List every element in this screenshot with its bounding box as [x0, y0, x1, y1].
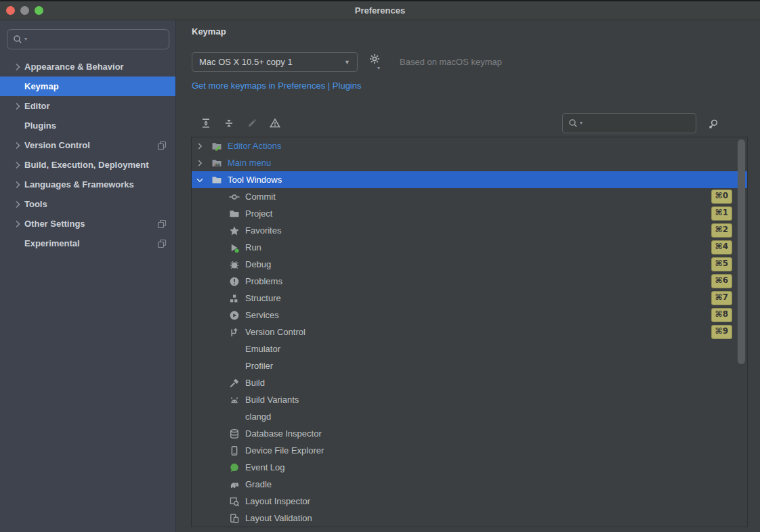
sidebar-search-input[interactable] [28, 35, 164, 45]
tree-row-label: Build Variants [245, 395, 299, 405]
tree-row-label: Run [245, 242, 261, 252]
tree-row-label: Debug [245, 259, 271, 269]
chevron-down-icon[interactable] [195, 175, 205, 185]
tree-row-run[interactable]: Run⌘4 [192, 239, 747, 256]
find-shortcut-icon [708, 118, 719, 129]
tree-row-debug[interactable]: Debug⌘5 [192, 256, 747, 273]
sidebar-item-label: Plugins [24, 120, 167, 131]
zoom-window-button[interactable] [35, 6, 43, 15]
sidebar-item-languages-frameworks[interactable]: Languages & Frameworks [0, 175, 175, 194]
sidebar-item-keymap[interactable]: Keymap [0, 76, 175, 96]
tree-row-database-inspector[interactable]: Database Inspector [192, 425, 747, 442]
tree-row-label: Commit [245, 192, 276, 202]
chevron-down-icon: ▾ [24, 37, 27, 42]
tree-row-label: Emulator [245, 344, 280, 354]
chevron-right-icon [12, 179, 24, 190]
problems-icon [229, 276, 241, 287]
shortcut-badge: ⌘9 [711, 325, 732, 339]
star-icon [229, 225, 241, 236]
tree-row-favorites[interactable]: Favorites⌘2 [192, 222, 747, 239]
get-more-keymaps-link[interactable]: Get more keymaps in Preferences | Plugin… [192, 81, 362, 91]
tree-row-label: Editor Actions [228, 141, 282, 151]
tree-row-layout-inspector[interactable]: Layout Inspector [192, 493, 747, 510]
sidebar-item-label: Keymap [24, 81, 167, 91]
sidebar-item-label: Experimental [24, 238, 156, 248]
sidebar-item-label: Appearance & Behavior [24, 62, 167, 72]
tree-row-build[interactable]: Build [192, 374, 747, 391]
sidebar-item-appearance-behavior[interactable]: Appearance & Behavior [0, 57, 175, 76]
tree-row-event-log[interactable]: Event Log [192, 459, 747, 476]
tree-row-label: Services [245, 310, 279, 320]
database-icon [229, 428, 241, 439]
sidebar-item-tools[interactable]: Tools [0, 194, 175, 214]
chevron-right-icon [12, 219, 24, 229]
tree-row-editor-actions[interactable]: Editor Actions [192, 137, 747, 154]
copy-icon [156, 140, 167, 151]
warning-button[interactable] [267, 115, 283, 131]
chevron-right-icon [12, 62, 24, 72]
sidebar-category-list: Appearance & BehaviorKeymapEditorPlugins… [0, 57, 175, 253]
shortcut-badge: ⌘7 [711, 291, 732, 305]
shortcut-badge: ⌘2 [711, 223, 732, 238]
action-search-field[interactable]: ▾ [562, 113, 696, 133]
tree-row-profiler[interactable]: Profiler [192, 357, 747, 374]
sidebar-item-experimental[interactable]: Experimental [0, 234, 175, 253]
chevron-right-icon[interactable] [195, 158, 205, 169]
expand-all-button[interactable] [198, 115, 214, 131]
services-icon [229, 310, 241, 321]
tree-row-services[interactable]: Services⌘8 [192, 307, 747, 324]
edit-pencil-button[interactable] [244, 115, 260, 131]
tree-row-layout-validation[interactable]: Layout Validation [192, 510, 747, 527]
tree-row-tool-windows[interactable]: Tool Windows [192, 171, 747, 188]
sidebar-item-build-execution-deployment[interactable]: Build, Execution, Deployment [0, 155, 175, 175]
chevron-down-icon: ▼ [344, 59, 350, 66]
sidebar-item-label: Languages & Frameworks [24, 179, 167, 190]
find-actions-by-shortcut-button[interactable] [704, 115, 722, 133]
copy-icon [156, 219, 167, 229]
sidebar-item-label: Version Control [24, 140, 156, 150]
vertical-scrollbar[interactable] [738, 139, 745, 364]
keymap-gear-button[interactable]: ▾ [369, 53, 389, 71]
keymap-action-tree: Editor ActionsMain menuTool WindowsCommi… [191, 137, 748, 527]
tree-row-device-file-explorer[interactable]: Device File Explorer [192, 442, 747, 459]
warning-icon [270, 118, 280, 129]
tree-row-label: Project [245, 208, 272, 219]
sidebar-item-label: Tools [24, 199, 167, 209]
sidebar-search-field[interactable]: ▾ [7, 29, 169, 49]
tree-row-label: Main menu [228, 158, 271, 168]
commit-icon [229, 192, 241, 202]
tree-row-project[interactable]: Project⌘1 [192, 205, 747, 222]
chevron-right-icon[interactable] [195, 141, 205, 152]
version-control-icon [229, 327, 241, 338]
close-window-button[interactable] [6, 6, 15, 15]
minimize-window-button[interactable] [20, 6, 29, 15]
action-search-input[interactable] [584, 118, 691, 129]
tree-row-label: Layout Validation [245, 513, 312, 523]
tree-row-gradle[interactable]: Gradle [192, 476, 747, 493]
tree-row-label: Structure [245, 293, 281, 303]
tree-row-commit[interactable]: Commit⌘0 [192, 188, 747, 205]
tree-row-clangd[interactable]: clangd [192, 408, 747, 425]
chevron-right-icon [12, 101, 24, 112]
event-log-icon [229, 462, 241, 473]
tree-row-structure[interactable]: Structure⌘7 [192, 290, 747, 307]
tree-row-version-control[interactable]: Version Control⌘9 [192, 324, 747, 340]
tree-row-build-variants[interactable]: Build Variants [192, 391, 747, 408]
gradle-icon [229, 479, 241, 490]
collapse-all-button[interactable] [221, 115, 237, 131]
expand-all-icon [200, 118, 211, 129]
sidebar-item-editor[interactable]: Editor [0, 96, 175, 116]
sidebar-item-label: Editor [24, 101, 167, 111]
sidebar-item-other-settings[interactable]: Other Settings [0, 214, 175, 234]
tree-row-label: Layout Inspector [245, 496, 310, 506]
sidebar-item-version-control[interactable]: Version Control [0, 135, 175, 155]
device-icon [229, 445, 241, 456]
tree-row-problems[interactable]: Problems⌘6 [192, 273, 747, 290]
collapse-all-icon [224, 118, 234, 129]
sidebar-item-plugins[interactable]: Plugins [0, 116, 175, 135]
shortcut-badge: ⌘4 [711, 240, 732, 254]
tree-row-main-menu[interactable]: Main menu [192, 154, 747, 171]
keymap-select[interactable]: Mac OS X 10.5+ copy 1 ▼ [192, 52, 358, 72]
tree-row-emulator[interactable]: Emulator [192, 340, 747, 357]
folder-menu-icon [211, 158, 224, 169]
